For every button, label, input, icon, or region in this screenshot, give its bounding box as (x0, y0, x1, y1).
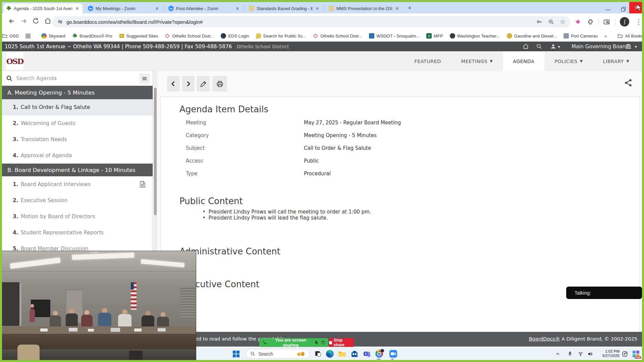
bookmark-othello-district-1[interactable]: Othello School Distr... (165, 33, 214, 39)
section-header-a[interactable]: A. Meeting Opening - 5 Minutes (2, 86, 153, 99)
card-title: Agenda Item Details (179, 104, 268, 114)
extensions-puzzle-icon[interactable] (587, 18, 594, 25)
camera-icon (564, 33, 569, 39)
zoom-app-icon[interactable] (389, 349, 398, 358)
stop-share-button[interactable]: Stop share (329, 338, 354, 347)
user-caret-icon[interactable]: ▼ (558, 45, 560, 49)
search-input[interactable]: Search Agenda (16, 75, 57, 81)
bookmark-othello-district-2[interactable]: Othello School Distr... (313, 33, 362, 39)
bookmark-folder-osd[interactable]: OSD (2, 33, 19, 39)
share-icon[interactable] (624, 78, 633, 87)
tab-agenda[interactable]: Agenda - 1025 South 1st Aven ✕ (3, 3, 83, 13)
volume-icon[interactable] (587, 348, 593, 360)
start-button[interactable] (231, 349, 240, 358)
time: 1:02 PM (599, 349, 620, 354)
tab-close-icon[interactable]: ✕ (315, 6, 320, 11)
print-button[interactable] (212, 76, 227, 92)
nav-meetings[interactable]: MEETINGS▼ (451, 51, 503, 71)
bookmark-boarddocs-pro[interactable]: BoardDocs® Pro (72, 33, 112, 39)
sidebar-menu-icon[interactable]: ≡ (139, 73, 150, 83)
tab-my-meetings[interactable]: zm My Meetings - Zoom ✕ (85, 3, 162, 13)
nav-featured[interactable]: FEATURED (404, 51, 451, 71)
video-drag-handle[interactable] (90, 252, 99, 253)
chrome-icon[interactable] (375, 349, 384, 358)
taskbar-search[interactable]: Search (246, 349, 310, 359)
tab-close-icon[interactable]: ✕ (154, 6, 160, 11)
all-bookmarks-button[interactable]: All Bookmarks (618, 33, 644, 39)
edge-icon[interactable] (325, 349, 334, 358)
site-security-icon[interactable] (57, 19, 63, 25)
url-text[interactable]: go.boarddocs.com/wa/othello/Board.nsf/Pr… (66, 19, 533, 25)
bookmark-star-icon[interactable]: ☆ (560, 18, 566, 26)
scrollbar-thumb[interactable] (154, 88, 157, 215)
agenda-item-translation[interactable]: 3.Translation Needs (2, 131, 153, 147)
boarddocs-tree-icon (72, 33, 77, 39)
user-menu-icon[interactable] (550, 43, 556, 50)
side-search-icon[interactable] (603, 18, 610, 25)
bookmark-wsdot[interactable]: WSDOT - Snoqualm... (369, 33, 420, 39)
tab-close-icon[interactable]: ✕ (74, 6, 80, 11)
home-icon[interactable] (44, 17, 51, 24)
boarddocs-link[interactable]: BoardDocs® (529, 336, 560, 342)
apps-grid-icon[interactable] (25, 34, 31, 39)
tray-chevron-icon[interactable] (555, 348, 560, 360)
bookmark-gasoline[interactable]: Gasoline and Diesel... (507, 33, 557, 39)
sharing-message: You are screen sharing (267, 338, 314, 348)
back-icon[interactable] (8, 17, 15, 25)
teams-icon[interactable]: T (362, 349, 371, 358)
password-key-icon[interactable] (536, 18, 543, 25)
agenda-item-student-reports[interactable]: 4.Student Representative Reports (2, 225, 153, 241)
restore-button[interactable] (616, 4, 630, 14)
agenda-item-welcoming[interactable]: 2.Welcoming of Guests (2, 115, 153, 131)
bookmark-port-cameras[interactable]: Port Cameras (564, 33, 598, 39)
site-home-icon[interactable] (523, 43, 529, 50)
wifi-icon[interactable] (578, 348, 584, 360)
zoom-in-icon[interactable] (548, 19, 554, 25)
tab-close-icon[interactable]: ✕ (235, 6, 240, 11)
section-header-b[interactable]: B. Board Development & Linkage - 10 Minu… (2, 164, 153, 176)
notification-bell-icon[interactable] (622, 348, 628, 360)
bookmarks-overflow-chevron[interactable]: » (604, 34, 607, 39)
tab-standards-grading[interactable]: Standards Based Grading - Boa ✕ (246, 3, 323, 13)
reload-icon[interactable] (32, 17, 39, 24)
bookmark-eds-login[interactable]: EDS Login (221, 33, 249, 39)
bookmark-wa-teacher[interactable]: Washington Teacher... (450, 33, 500, 39)
board-caret-icon[interactable]: ▼ (635, 45, 637, 49)
file-explorer-icon[interactable] (337, 349, 346, 358)
edit-button[interactable] (197, 76, 210, 92)
bookmark-suggested-sites[interactable]: Suggested Sites (119, 33, 158, 39)
tab-post-attendee[interactable]: zm Post Attendee - Zoom ✕ (166, 3, 243, 13)
board-bank-icon[interactable] (625, 43, 632, 50)
agenda-item-applicant-interviews[interactable]: 1.Board Applicant Interviews (2, 176, 153, 192)
address-bar[interactable]: go.boarddocs.com/wa/othello/Board.nsf/Pr… (52, 16, 570, 27)
pink-extension-icon[interactable] (574, 18, 581, 25)
next-item-button[interactable] (182, 76, 195, 92)
bookmark-search-public[interactable]: Search for Public Sc... (256, 33, 307, 39)
meeting-video-feed[interactable] (0, 251, 196, 362)
minimize-button[interactable]: — (601, 4, 614, 14)
bookmark-skyward[interactable]: Skyward (41, 33, 65, 39)
agenda-item-motion[interactable]: 3.Motion by Board of Directors (2, 208, 153, 225)
forward-icon[interactable] (20, 17, 28, 25)
ms-store-icon[interactable] (350, 349, 359, 358)
nav-agenda[interactable]: AGENDA (503, 51, 544, 71)
site-search-icon[interactable] (536, 43, 542, 50)
tab-close-icon[interactable]: ✕ (394, 6, 400, 11)
bookmark-mfp[interactable]: xMFP (426, 33, 443, 39)
new-tab-button[interactable]: + (408, 5, 412, 12)
prev-item-button[interactable] (167, 76, 180, 92)
nav-library[interactable]: LIBRARY▼ (593, 51, 639, 71)
mic-tray-icon[interactable] (568, 348, 573, 360)
agenda-item-exec-session[interactable]: 2.Executive Session (2, 192, 153, 208)
profile-avatar[interactable]: ʃ (620, 17, 629, 26)
agenda-item-approval[interactable]: 4.Approval of Agenda (2, 147, 153, 164)
task-view-icon[interactable] (313, 349, 322, 358)
clock[interactable]: 1:02 PM 5/27/2025 (599, 348, 620, 360)
browser-menu-icon[interactable]: ⋮ (635, 18, 642, 26)
tab-mms-presentation[interactable]: MMS Presentation to the OSD ✕ (326, 3, 402, 13)
teams-pre-icon[interactable]: PRE (632, 348, 640, 360)
agenda-item-call-to-order[interactable]: 1.Call to Order & Flag Salute (2, 99, 153, 115)
nav-policies[interactable]: POLICIES▼ (544, 51, 593, 71)
field-row: AccessPublic (186, 158, 203, 164)
suggested-sites-icon (119, 33, 124, 39)
